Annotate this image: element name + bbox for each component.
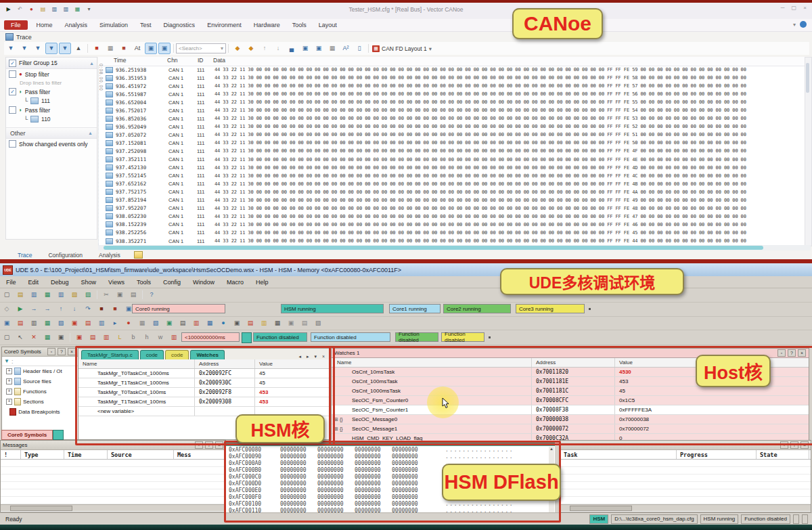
trace-hscrollbar[interactable] <box>98 245 811 250</box>
trace-window-icon[interactable]: ▥ <box>190 317 202 329</box>
save-icon[interactable]: ▥ <box>55 289 67 301</box>
scroll-lock-icon[interactable]: ▣ <box>158 43 171 54</box>
symbols-tree-item[interactable]: Data Breakpoints <box>2 407 78 417</box>
io-view-icon[interactable]: ▣ <box>231 317 243 329</box>
pin-filter-icon[interactable]: ▼ <box>5 43 17 54</box>
restart-icon[interactable]: ↷ <box>82 303 94 315</box>
trace-row[interactable]: 936.351953CAN 111144 33 22 11 30 00 00 0… <box>99 74 805 82</box>
trace-row[interactable]: 938.352271CAN 111144 33 22 11 30 00 00 0… <box>99 237 805 245</box>
pause-icon[interactable]: ▦ <box>104 43 116 54</box>
filter-group-checkbox[interactable]: ✓ <box>9 60 16 67</box>
stop-debug-icon[interactable]: ■ <box>109 303 121 315</box>
record-dot-icon[interactable]: ■ <box>118 43 130 54</box>
watch-row[interactable]: SecOC_Fsm_Counter00x70008CFC0x1C5 <box>332 396 809 405</box>
memory-row[interactable]: 0xAFC00100000000000000000000000000000000… <box>226 500 555 507</box>
pass-filter-row[interactable]: ◗Pass filter <box>6 105 97 115</box>
threads-icon[interactable]: ▤ <box>177 317 189 329</box>
toolbar-overflow-dot[interactable] <box>589 308 591 310</box>
symbols-tree-item[interactable]: +Sections <box>2 397 78 407</box>
time-limit-input[interactable]: <1000000000ms <box>181 332 240 342</box>
messages-hscrollbar[interactable] <box>1 504 225 511</box>
memory-window-icon[interactable]: ▥ <box>28 317 40 329</box>
filter-id-item[interactable]: └110 <box>6 115 97 123</box>
snapshot-icon[interactable]: ▣ <box>55 332 67 343</box>
close-icon[interactable]: × <box>798 349 806 357</box>
pass-filter-row[interactable]: ✓◗Pass filter <box>6 87 97 97</box>
array-icon[interactable]: ▦ <box>41 332 53 343</box>
watch-row[interactable]: OsCnt_1000msTask0x7001181C45 <box>332 387 809 396</box>
trace-row[interactable]: 937.252098CAN 111144 33 22 11 30 00 00 0… <box>99 147 805 155</box>
watch-new-icon[interactable]: ▢ <box>1 332 13 343</box>
messages-col-[interactable]: ! <box>1 450 21 459</box>
hsm-tab-watches[interactable]: Watches <box>190 350 225 359</box>
symbols-icon[interactable]: ▧ <box>150 317 162 329</box>
struct-icon[interactable]: ✕ <box>28 332 40 343</box>
help-icon[interactable]: ? <box>145 289 158 301</box>
ribbon-collapse-icon[interactable]: ▾ <box>793 22 796 28</box>
pointer-icon[interactable]: ↖ <box>14 332 26 343</box>
expand-icon[interactable]: ⊞{} <box>334 426 343 432</box>
memory-row[interactable]: 0xAFC00080000000000000000000000000000000… <box>226 446 555 453</box>
copy-window-icon[interactable]: ▣ <box>299 43 311 54</box>
progress-col-progress[interactable]: Progress <box>677 450 757 459</box>
filter-checkbox[interactable] <box>9 106 16 114</box>
delete-watch-icon[interactable]: ▤ <box>87 332 99 343</box>
filter-checkbox[interactable] <box>9 140 16 148</box>
ribbon-tab-tools[interactable]: Tools <box>286 20 313 30</box>
copy-icon[interactable]: ▣ <box>114 289 126 301</box>
core-select-icon[interactable]: ▤ <box>244 317 256 329</box>
messages-col-time[interactable]: Time <box>64 450 108 459</box>
layout-selector[interactable]: ▦ CAN FD Layout 1 ▾ <box>372 45 432 52</box>
step-out-icon[interactable]: ↑ <box>55 303 67 315</box>
expand-icon[interactable]: + <box>6 368 12 374</box>
filter-group-header[interactable]: ✓ Filter Group 15 ▲ <box>6 58 97 69</box>
trace-row[interactable]: 938.152239CAN 111144 33 22 11 30 00 00 0… <box>99 221 805 229</box>
col-chn[interactable]: Chn <box>167 57 178 66</box>
collapse-arrow-icon[interactable]: ▲ <box>88 131 93 135</box>
core0-status-field[interactable]: Core0 running <box>132 304 225 313</box>
messages-col-type[interactable]: Type <box>21 450 64 459</box>
find-icon[interactable]: ▲ <box>72 43 85 54</box>
filter-clear-icon[interactable]: ▼ <box>59 43 71 54</box>
menu-debug[interactable]: Debug <box>45 279 75 286</box>
time-limit-apply-button[interactable] <box>242 332 252 343</box>
flash-program-icon[interactable]: ▥ <box>258 317 270 329</box>
core3-status-field[interactable]: Core3 running <box>516 304 585 313</box>
memory-row[interactable]: 0xAFC00090000000000000000000000000000000… <box>226 453 555 460</box>
col-time[interactable]: Time <box>114 57 127 66</box>
write-window-icon[interactable] <box>134 251 143 259</box>
trace-row[interactable]: 937.952207CAN 111144 33 22 11 30 00 00 0… <box>99 204 805 213</box>
close-icon[interactable]: × <box>215 441 223 449</box>
hsm-tab-taskmgr-startup-c[interactable]: TaskMgr_Startup.c <box>81 350 139 359</box>
next-marker-icon[interactable]: ◆ <box>245 43 257 54</box>
core1-function-field[interactable]: Function disabled <box>311 332 390 342</box>
help-icon[interactable] <box>800 21 807 28</box>
menu-views[interactable]: Views <box>102 279 131 286</box>
symbols-tree-item[interactable]: +Header files / Ot <box>2 366 78 376</box>
sfr-icon[interactable]: ▤ <box>82 317 94 329</box>
layout-reset-icon[interactable]: ▧ <box>312 317 324 329</box>
col-address[interactable]: Address <box>195 359 255 368</box>
symbols-tree-item[interactable]: +Source files <box>2 376 78 387</box>
disassembly-icon[interactable]: ▤ <box>14 317 26 329</box>
float-icon[interactable]: ▫ <box>47 348 55 355</box>
trace-row[interactable]: 936.952049CAN 111144 33 22 11 30 00 00 0… <box>99 123 805 131</box>
locals-icon[interactable]: ▧ <box>55 317 67 329</box>
globe-icon[interactable]: ● <box>217 317 229 329</box>
prev-marker-icon[interactable]: ◆ <box>231 43 244 54</box>
export-icon[interactable]: ▣ <box>313 43 325 54</box>
source-window-icon[interactable]: ▣ <box>1 317 13 329</box>
expand-icon[interactable]: + <box>6 389 12 395</box>
trace-row[interactable]: 937.852194CAN 111144 33 22 11 30 00 00 0… <box>99 196 805 204</box>
window-controls[interactable]: ─ ▢ × <box>781 5 809 11</box>
core2-status-field[interactable]: Core2 running <box>443 304 511 313</box>
toolbar-overflow-dot[interactable] <box>489 336 491 338</box>
progress-col-state[interactable]: State <box>757 450 809 459</box>
dword-view-icon[interactable]: w <box>154 332 166 343</box>
filter-check-row[interactable]: Show changed events only <box>6 139 97 149</box>
symbols-tree-item[interactable]: +Functions <box>2 387 78 397</box>
watch-window-icon[interactable]: ▦ <box>41 317 53 329</box>
ribbon-tab-test[interactable]: Test <box>134 20 158 30</box>
ribbon-tab-environment[interactable]: Environment <box>201 20 248 30</box>
trace-row[interactable]: 937.152081CAN 111144 33 22 11 30 00 00 0… <box>99 139 805 147</box>
